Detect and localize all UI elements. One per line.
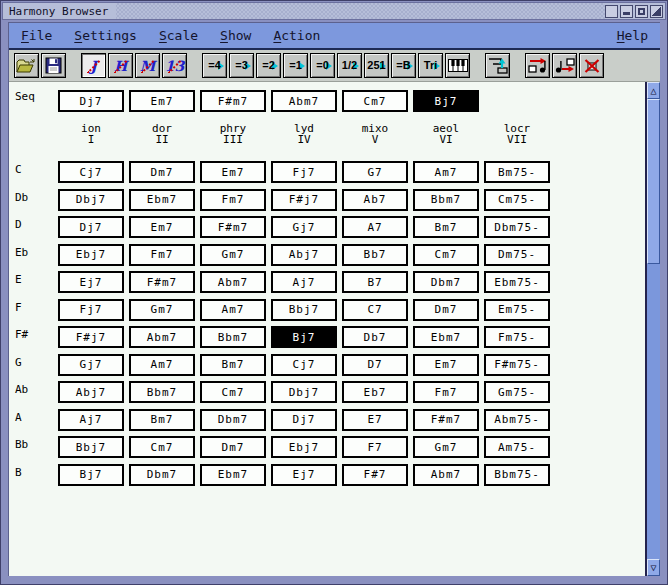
menu-item-show[interactable]: Show (220, 28, 251, 43)
chord-button[interactable]: Bbm75- (484, 464, 550, 486)
chord-button[interactable]: F#m75- (484, 354, 550, 376)
chord-button[interactable]: Bm7 (200, 354, 266, 376)
scrollbar-thumb[interactable] (647, 99, 660, 264)
chord-button[interactable]: Fj7 (58, 299, 124, 321)
chord-button[interactable]: Bm7 (413, 216, 479, 238)
chord-button[interactable]: Fj7 (271, 161, 337, 183)
chord-button[interactable]: Bbm7 (413, 189, 479, 211)
chord-button[interactable]: Em7 (200, 161, 266, 183)
chord-button[interactable]: Ebj7 (58, 244, 124, 266)
chord-button[interactable]: F#j7 (271, 189, 337, 211)
chord-button[interactable]: Bm7 (129, 409, 195, 431)
chord-button[interactable]: Am7 (413, 161, 479, 183)
chord-button[interactable]: Abm7 (129, 326, 195, 348)
chord-button[interactable]: F#m7 (200, 216, 266, 238)
chord-button[interactable]: Fm7 (200, 189, 266, 211)
title-bar[interactable]: Harmony Browser (2, 2, 666, 20)
chord-button[interactable]: Ej7 (271, 464, 337, 486)
chord-button[interactable]: Ebj7 (271, 436, 337, 458)
chord-button[interactable]: F#7 (342, 464, 408, 486)
chord-button[interactable]: Dm7 (413, 299, 479, 321)
eq-2-button[interactable]: =2 (256, 53, 281, 78)
seq-chord-button[interactable]: Dj7 (58, 90, 124, 112)
mode-h-button[interactable]: H (108, 53, 133, 78)
chord-button[interactable]: A7 (342, 216, 408, 238)
half-button[interactable]: 1/2 (337, 53, 362, 78)
save-button[interactable] (41, 53, 66, 78)
chord-button[interactable]: Ebm7 (129, 189, 195, 211)
shade-button[interactable] (605, 5, 618, 18)
chord-button[interactable]: Bm75- (484, 161, 550, 183)
close-button[interactable] (650, 5, 663, 18)
chord-button[interactable]: Db7 (342, 326, 408, 348)
chord-button[interactable]: Abj7 (271, 244, 337, 266)
chord-button[interactable]: Abm7 (200, 271, 266, 293)
chord-button[interactable]: C7 (342, 299, 408, 321)
seq-chord-button[interactable]: Abm7 (271, 90, 337, 112)
chord-button[interactable]: Dm7 (129, 161, 195, 183)
chord-button[interactable]: Em75- (484, 299, 550, 321)
chord-button[interactable]: Cm7 (129, 436, 195, 458)
vertical-scrollbar[interactable]: △ ▽ (645, 82, 660, 576)
tri-button[interactable]: Tri (418, 53, 443, 78)
mode-j-button[interactable]: J (81, 53, 106, 78)
keyboard-button[interactable] (445, 53, 470, 78)
chord-button[interactable]: Cm75- (484, 189, 550, 211)
chord-button[interactable]: Gm7 (413, 436, 479, 458)
eq-4-button[interactable]: =4 (202, 53, 227, 78)
chord-button[interactable]: Ab7 (342, 189, 408, 211)
scrollbar-track[interactable] (647, 264, 660, 559)
seq-chord-button[interactable]: Em7 (129, 90, 195, 112)
extract-chord-button[interactable] (552, 53, 577, 78)
eq-0-button[interactable]: =0 (310, 53, 335, 78)
chord-button[interactable]: D7 (342, 354, 408, 376)
maximize-button[interactable] (635, 5, 648, 18)
two-five-one-button[interactable]: 251 (364, 53, 389, 78)
chord-button[interactable]: Gm7 (129, 299, 195, 321)
chord-button[interactable]: Abj7 (58, 381, 124, 403)
seq-chord-button[interactable]: F#m7 (200, 90, 266, 112)
delete-chord-button[interactable] (579, 53, 604, 78)
chord-button[interactable]: Dbm7 (200, 409, 266, 431)
chord-button[interactable]: E7 (342, 409, 408, 431)
menu-item-file[interactable]: File (21, 28, 52, 43)
chord-button[interactable]: Am75- (484, 436, 550, 458)
open-button[interactable] (14, 53, 39, 78)
menu-item-settings[interactable]: Settings (74, 28, 137, 43)
chord-button[interactable]: Ebm7 (200, 464, 266, 486)
eq-1-button[interactable]: =1 (283, 53, 308, 78)
eq-b-button[interactable]: =B (391, 53, 416, 78)
chord-button[interactable]: Dbm75- (484, 216, 550, 238)
chord-button[interactable]: Dbj7 (271, 381, 337, 403)
chord-button[interactable]: Bb7 (342, 244, 408, 266)
chord-button[interactable]: F#m7 (413, 409, 479, 431)
menu-item-scale[interactable]: Scale (159, 28, 198, 43)
chord-button[interactable]: Ebm75- (484, 271, 550, 293)
chord-button[interactable]: Am7 (200, 299, 266, 321)
chord-button[interactable]: Cm7 (413, 244, 479, 266)
chord-button[interactable]: Dbj7 (58, 189, 124, 211)
chord-button[interactable]: Bj7 (58, 464, 124, 486)
chord-button[interactable]: Abm7 (413, 464, 479, 486)
chord-button[interactable]: Em7 (129, 216, 195, 238)
chord-button[interactable]: Dj7 (271, 409, 337, 431)
chord-button[interactable]: F7 (342, 436, 408, 458)
seq-chord-button[interactable]: Bj7 (413, 90, 479, 112)
loop-button[interactable] (485, 53, 510, 78)
chord-button[interactable]: Gm75- (484, 381, 550, 403)
chord-button[interactable]: Fm7 (129, 244, 195, 266)
insert-chord-button[interactable] (525, 53, 550, 78)
chord-button[interactable]: Fm7 (413, 381, 479, 403)
chord-button[interactable]: Am7 (129, 354, 195, 376)
chord-button[interactable]: Bbm7 (129, 381, 195, 403)
chord-button[interactable]: Gj7 (271, 216, 337, 238)
menu-item-help[interactable]: Help (617, 28, 648, 43)
chord-button[interactable]: Dbm7 (129, 464, 195, 486)
chord-button[interactable]: B7 (342, 271, 408, 293)
mode-13-button[interactable]: 13 (162, 53, 187, 78)
menu-item-action[interactable]: Action (273, 28, 320, 43)
chord-button[interactable]: Dj7 (58, 216, 124, 238)
chord-button[interactable]: Cm7 (200, 381, 266, 403)
chord-button[interactable]: Aj7 (58, 409, 124, 431)
chord-button[interactable]: Ej7 (58, 271, 124, 293)
